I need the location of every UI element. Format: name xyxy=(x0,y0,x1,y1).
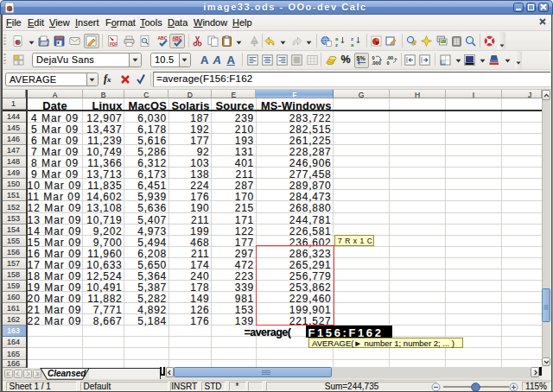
svg-text:.00: .00 xyxy=(386,55,393,60)
svg-text:PDF: PDF xyxy=(110,42,118,47)
svg-text:a: a xyxy=(335,36,339,41)
svg-text:z: z xyxy=(335,42,338,47)
svg-text:$%: $% xyxy=(357,55,366,62)
svg-text:z: z xyxy=(351,36,353,41)
svg-text:a: a xyxy=(351,42,354,47)
svg-text:0: 0 xyxy=(372,55,374,60)
svg-text:.000: .000 xyxy=(372,60,381,66)
svg-text:0: 0 xyxy=(386,60,389,66)
